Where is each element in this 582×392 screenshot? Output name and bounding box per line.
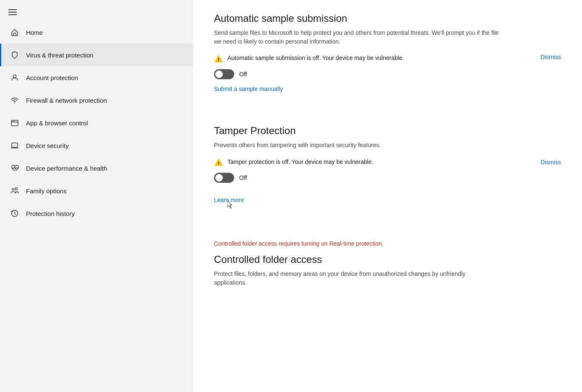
sidebar-item-home[interactable]: Home <box>0 21 193 44</box>
main-content: Automatic sample submission Send sample … <box>193 0 582 392</box>
tamper-warning-row: ! Tamper protection is off. Your device … <box>214 157 561 167</box>
svg-point-0 <box>13 75 16 78</box>
laptop-icon <box>10 141 19 150</box>
sidebar-item-device-security[interactable]: Device security <box>0 134 193 157</box>
tamper-toggle-row: Off <box>214 173 561 183</box>
sidebar-item-history-label: Protection history <box>26 210 75 217</box>
divider2 <box>214 219 561 232</box>
tamper-warning-icon: ! <box>214 158 223 167</box>
auto-sample-warning-row: ! Automatic sample submission is off. Yo… <box>214 54 561 63</box>
tamper-toggle-label: Off <box>239 174 247 181</box>
sidebar-item-account[interactable]: Account protection <box>0 66 193 89</box>
warning-triangle-icon: ! <box>214 54 223 63</box>
auto-sample-dismiss[interactable]: Dismiss <box>540 54 561 60</box>
learn-more-link[interactable]: Learn more <box>214 197 244 203</box>
controlled-folder-warning: Controlled folder access requires turnin… <box>214 240 561 247</box>
tamper-toggle[interactable] <box>214 173 234 183</box>
sidebar-item-account-label: Account protection <box>26 74 78 81</box>
svg-rect-6 <box>12 143 18 147</box>
sidebar-item-virus[interactable]: Virus & threat protection <box>0 44 193 66</box>
sidebar-item-firewall-label: Firewall & network protection <box>26 97 107 104</box>
sidebar-item-device-health[interactable]: Device performance & health <box>0 157 193 179</box>
auto-sample-toggle-row: Off <box>214 69 561 79</box>
sidebar-item-device-health-label: Device performance & health <box>26 165 107 172</box>
controlled-folder-description: Protect files, folders, and memory areas… <box>214 270 499 287</box>
svg-text:!: ! <box>218 57 219 62</box>
sidebar-item-virus-label: Virus & threat protection <box>26 52 94 59</box>
tamper-title: Tamper Protection <box>214 125 561 137</box>
sidebar: Home Virus & threat protection Account p… <box>0 0 193 392</box>
heart-icon <box>10 164 19 173</box>
svg-text:!: ! <box>218 161 219 166</box>
shield-icon <box>10 50 19 60</box>
svg-point-5 <box>13 121 14 122</box>
sidebar-item-home-label: Home <box>26 29 43 36</box>
controlled-folder-title: Controlled folder access <box>214 254 561 265</box>
sidebar-item-browser-label: App & browser control <box>26 119 88 127</box>
person-icon <box>10 73 19 82</box>
auto-sample-title: Automatic sample submission <box>214 13 561 24</box>
svg-point-4 <box>12 121 13 122</box>
family-icon <box>10 186 19 195</box>
sidebar-item-history[interactable]: Protection history <box>0 202 193 225</box>
divider1 <box>214 108 561 117</box>
sidebar-item-device-security-label: Device security <box>26 142 69 149</box>
auto-sample-description: Send sample files to Microsoft to help p… <box>214 29 499 46</box>
sidebar-item-browser[interactable]: App & browser control <box>0 112 193 134</box>
auto-sample-toggle[interactable] <box>214 69 234 79</box>
tamper-description: Prevents others from tampering with impo… <box>214 141 499 150</box>
svg-point-1 <box>14 103 15 104</box>
history-icon <box>10 209 19 218</box>
browser-icon <box>10 118 19 127</box>
submit-sample-link[interactable]: Submit a sample manually <box>214 86 283 92</box>
auto-sample-warning-text: Automatic sample submission is off. Your… <box>227 54 532 62</box>
home-icon <box>10 28 19 37</box>
sidebar-item-firewall[interactable]: Firewall & network protection <box>0 89 193 112</box>
auto-sample-toggle-label: Off <box>239 71 247 78</box>
wifi-icon <box>10 96 19 105</box>
tamper-dismiss[interactable]: Dismiss <box>540 159 561 166</box>
hamburger-menu[interactable] <box>0 0 193 21</box>
sidebar-item-family-label: Family options <box>26 187 67 195</box>
svg-point-8 <box>15 188 17 190</box>
sidebar-item-family[interactable]: Family options <box>0 179 193 202</box>
svg-point-7 <box>12 188 14 190</box>
tamper-warning-text: Tamper protection is off. Your device ma… <box>227 158 532 166</box>
